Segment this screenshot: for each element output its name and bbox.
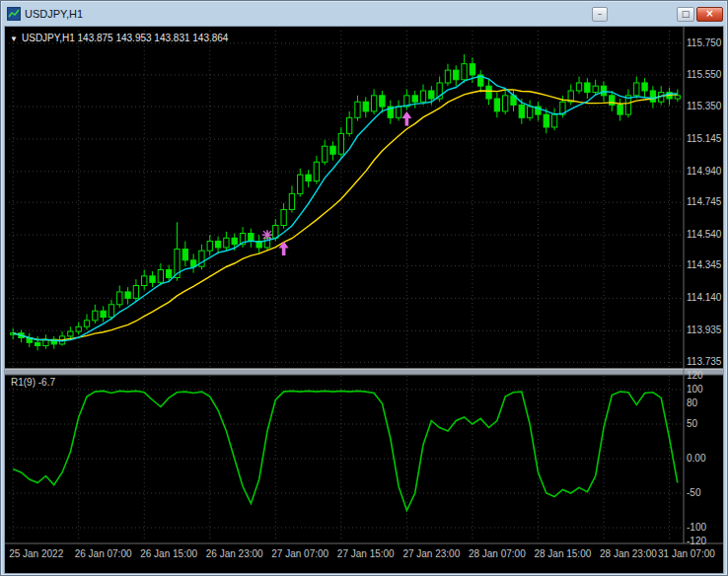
svg-text:114.940: 114.940 xyxy=(687,166,722,177)
titlebar[interactable]: USDJPY,H1 – □ × xyxy=(4,4,724,26)
svg-text:113.935: 113.935 xyxy=(687,324,722,335)
svg-text:26 Jan 15:00: 26 Jan 15:00 xyxy=(140,548,197,559)
indicator-label: R1(9) -6.7 xyxy=(11,377,55,388)
restore-button[interactable]: □ xyxy=(677,7,694,22)
svg-text:114.745: 114.745 xyxy=(687,196,722,207)
svg-text:-120: -120 xyxy=(687,536,706,546)
chart-client-area: 115.750115.550115.350115.145114.940114.7… xyxy=(4,26,724,574)
window-title: USDJPY,H1 xyxy=(25,8,83,20)
chart-window: USDJPY,H1 – □ × 115.750115.550115.350115… xyxy=(0,0,728,576)
svg-text:28 Jan 07:00: 28 Jan 07:00 xyxy=(469,548,526,559)
chart-canvas[interactable]: 115.750115.550115.350115.145114.940114.7… xyxy=(5,27,723,573)
svg-text:114.540: 114.540 xyxy=(687,229,722,240)
minimize-button[interactable]: – xyxy=(592,7,608,22)
svg-text:0.00: 0.00 xyxy=(687,453,706,464)
svg-text:113.735: 113.735 xyxy=(687,356,722,367)
symbol-info-label: ▼USDJPY,H1 143.875 143.953 143.831 143.8… xyxy=(10,33,229,43)
signal-star-marker xyxy=(262,230,272,240)
svg-text:USDJPY,H1 143.875 143.953 143.: USDJPY,H1 143.875 143.953 143.831 143.86… xyxy=(22,33,229,43)
svg-text:120: 120 xyxy=(687,370,703,381)
close-button[interactable]: × xyxy=(696,7,723,22)
panel-splitter[interactable] xyxy=(5,369,723,375)
svg-text:25 Jan 2022: 25 Jan 2022 xyxy=(9,548,63,559)
svg-text:114.140: 114.140 xyxy=(687,292,722,303)
svg-text:26 Jan 07:00: 26 Jan 07:00 xyxy=(75,548,132,559)
svg-text:27 Jan 15:00: 27 Jan 15:00 xyxy=(337,548,395,559)
svg-text:27 Jan 07:00: 27 Jan 07:00 xyxy=(271,548,328,559)
chart-window-icon xyxy=(7,7,21,21)
svg-text:26 Jan 23:00: 26 Jan 23:00 xyxy=(206,548,263,559)
svg-text:R1(9) -6.7: R1(9) -6.7 xyxy=(11,377,55,388)
svg-text:115.145: 115.145 xyxy=(687,133,722,144)
svg-text:115.350: 115.350 xyxy=(687,101,722,111)
time-axis[interactable]: 25 Jan 202226 Jan 07:0026 Jan 15:0026 Ja… xyxy=(9,548,715,559)
svg-text:115.550: 115.550 xyxy=(687,69,722,80)
svg-text:28 Jan 23:00: 28 Jan 23:00 xyxy=(600,548,657,559)
svg-text:31 Jan 07:00: 31 Jan 07:00 xyxy=(658,548,715,559)
svg-text:-100: -100 xyxy=(687,522,706,533)
svg-text:50: 50 xyxy=(687,418,698,429)
svg-text:27 Jan 23:00: 27 Jan 23:00 xyxy=(402,548,460,559)
svg-text:28 Jan 15:00: 28 Jan 15:00 xyxy=(534,548,591,559)
svg-text:80: 80 xyxy=(687,397,698,408)
svg-text:115.750: 115.750 xyxy=(687,37,722,48)
svg-text:114.345: 114.345 xyxy=(687,259,722,270)
svg-text:100: 100 xyxy=(687,384,703,395)
svg-text:▼: ▼ xyxy=(10,35,18,43)
svg-text:-50: -50 xyxy=(687,487,701,498)
